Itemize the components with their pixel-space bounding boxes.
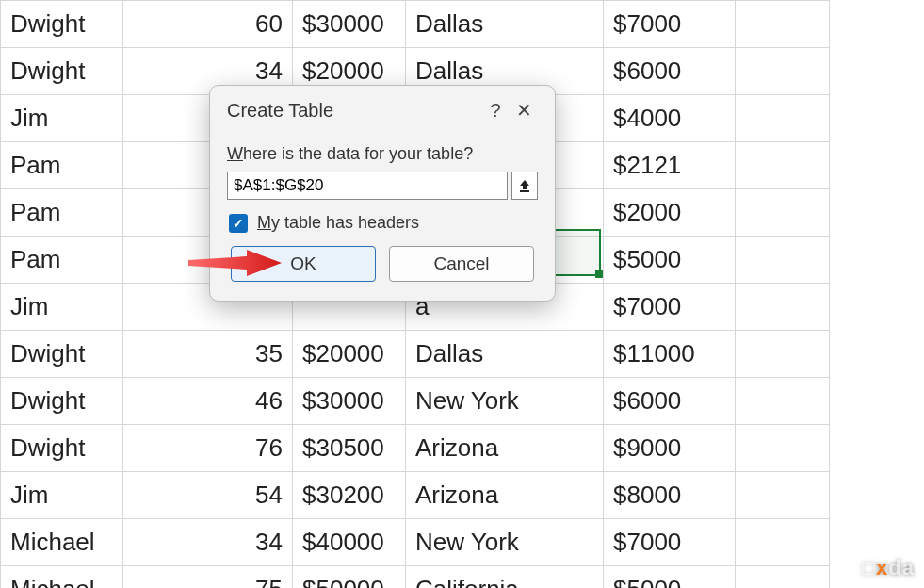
cell[interactable]: Jim (1, 472, 123, 519)
cell[interactable]: Dwight (1, 331, 123, 378)
cell[interactable]: 75 (123, 566, 293, 589)
cell[interactable]: $5000 (604, 566, 736, 589)
cell[interactable]: $7000 (604, 1, 736, 48)
table-row[interactable]: Jim54$30200Arizona$8000 (1, 472, 830, 519)
table-row[interactable]: Dwight60$30000Dallas$7000 (1, 1, 830, 48)
cell[interactable]: New York (406, 519, 604, 566)
close-button[interactable]: ✕ (510, 99, 538, 122)
cell[interactable]: $7000 (604, 519, 736, 566)
headers-checkbox-row[interactable]: ✓ My table has headers (229, 213, 538, 233)
table-row[interactable]: Dwight76$30500Arizona$9000 (1, 425, 830, 472)
cell[interactable]: Pam (1, 189, 123, 237)
cell[interactable] (736, 237, 830, 284)
cell[interactable]: Arizona (406, 472, 604, 519)
cell[interactable]: Dallas (406, 331, 604, 378)
cell[interactable]: 76 (123, 425, 293, 472)
cell[interactable]: 35 (123, 331, 293, 378)
cell[interactable]: $40000 (293, 519, 406, 566)
cell[interactable]: 34 (123, 519, 293, 566)
cell[interactable] (736, 472, 830, 519)
cell[interactable]: Jim (1, 284, 123, 331)
cell[interactable] (736, 331, 830, 378)
cell[interactable]: $9000 (604, 425, 736, 472)
cell[interactable]: $30500 (293, 425, 406, 472)
table-row[interactable]: Michael34$40000New York$7000 (1, 519, 830, 566)
cell[interactable]: Dwight (1, 425, 123, 472)
cell[interactable]: $30000 (293, 378, 406, 425)
ok-button[interactable]: OK (231, 246, 376, 282)
cell[interactable]: $20000 (293, 331, 406, 378)
cell[interactable]: $4000 (604, 95, 736, 142)
cell[interactable]: Pam (1, 142, 123, 189)
cell[interactable]: Jim (1, 95, 123, 142)
headers-checkbox[interactable]: ✓ (229, 214, 248, 233)
cancel-button[interactable]: Cancel (389, 246, 534, 282)
cell[interactable]: Dwight (1, 1, 123, 48)
cell[interactable]: Arizona (406, 425, 604, 472)
cell[interactable]: 60 (123, 1, 293, 48)
cell[interactable]: New York (406, 378, 604, 425)
cell[interactable]: $2000 (604, 189, 736, 237)
table-row[interactable]: Dwight46$30000New York$6000 (1, 378, 830, 425)
cell[interactable]: $7000 (604, 284, 736, 331)
cell[interactable]: Dwight (1, 48, 123, 95)
cell[interactable] (736, 189, 830, 237)
headers-checkbox-label: My table has headers (257, 213, 419, 233)
cell[interactable]: $50000 (293, 566, 406, 589)
help-button[interactable]: ? (481, 100, 510, 122)
cell[interactable] (736, 48, 830, 95)
cell[interactable]: $8000 (604, 472, 736, 519)
collapse-dialog-button[interactable] (511, 172, 538, 200)
cell[interactable]: $30200 (293, 472, 406, 519)
cell[interactable]: $6000 (604, 48, 736, 95)
cell[interactable] (736, 425, 830, 472)
cell[interactable] (736, 566, 830, 589)
table-row[interactable]: Dwight35$20000Dallas$11000 (1, 331, 830, 378)
cell[interactable]: Dallas (406, 1, 604, 48)
cell[interactable] (736, 378, 830, 425)
cell[interactable]: $30000 (293, 1, 406, 48)
dialog-header: Create Table ? ✕ (210, 86, 555, 129)
cell[interactable]: $6000 (604, 378, 736, 425)
dialog-title: Create Table (227, 100, 481, 122)
cell[interactable]: Michael (1, 566, 123, 589)
table-row[interactable]: Michael75$50000California$5000 (1, 566, 830, 589)
range-prompt: Where is the data for your table? (227, 144, 538, 164)
cell[interactable]: $2121 (604, 142, 736, 189)
cell[interactable]: Pam (1, 237, 123, 284)
cell[interactable]: Michael (1, 519, 123, 566)
svg-rect-0 (520, 190, 529, 192)
cell[interactable] (736, 142, 830, 189)
cell[interactable]: 54 (123, 472, 293, 519)
cell[interactable]: $11000 (604, 331, 736, 378)
cell[interactable] (736, 284, 830, 331)
create-table-dialog: Create Table ? ✕ Where is the data for y… (209, 85, 556, 302)
cell[interactable] (736, 95, 830, 142)
cell[interactable]: Dwight (1, 378, 123, 425)
range-input[interactable] (227, 172, 508, 200)
cell[interactable]: 46 (123, 378, 293, 425)
cell[interactable]: California (406, 566, 604, 589)
cell[interactable] (736, 519, 830, 566)
watermark: □xda (863, 556, 915, 580)
cell[interactable]: $5000 (604, 237, 736, 284)
cell[interactable] (736, 1, 830, 48)
